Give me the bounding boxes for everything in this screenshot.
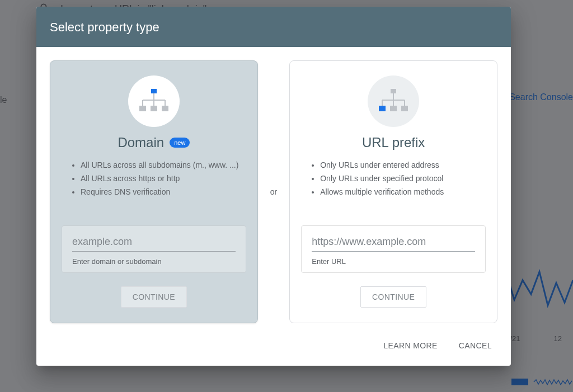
property-type-dialog: Select property type Domain new bbox=[36, 7, 511, 366]
svg-rect-9 bbox=[162, 106, 168, 111]
url-title-text: URL prefix bbox=[362, 135, 425, 150]
url-bullet-list: Only URLs under entered address Only URL… bbox=[301, 159, 486, 211]
learn-more-button[interactable]: LEARN MORE bbox=[381, 338, 440, 353]
url-card-title: URL prefix bbox=[362, 135, 425, 150]
domain-input-box: Enter domain or subdomain bbox=[62, 225, 246, 273]
url-continue-button[interactable]: CONTINUE bbox=[360, 286, 426, 308]
list-item: Only URLs under specified protocol bbox=[320, 173, 486, 185]
dialog-body: Domain new All URLs across all subdomain… bbox=[36, 47, 511, 329]
svg-rect-17 bbox=[390, 106, 397, 111]
cancel-button[interactable]: CANCEL bbox=[457, 338, 494, 353]
sitemap-icon bbox=[128, 75, 180, 127]
svg-rect-18 bbox=[401, 106, 408, 111]
domain-input-hint: Enter domain or subdomain bbox=[72, 257, 236, 266]
dialog-actions: LEARN MORE CANCEL bbox=[36, 329, 511, 366]
svg-rect-10 bbox=[391, 89, 396, 93]
svg-rect-16 bbox=[379, 106, 386, 111]
domain-input[interactable] bbox=[72, 235, 236, 252]
dialog-title: Select property type bbox=[36, 7, 511, 47]
list-item: Requires DNS verification bbox=[81, 186, 246, 198]
domain-card[interactable]: Domain new All URLs across all subdomain… bbox=[50, 60, 258, 323]
url-prefix-card[interactable]: URL prefix Only URLs under entered addre… bbox=[289, 60, 497, 323]
list-item: All URLs across https or http bbox=[81, 173, 246, 185]
domain-continue-button[interactable]: CONTINUE bbox=[121, 286, 187, 308]
url-input-box: Enter URL bbox=[301, 225, 486, 273]
svg-rect-1 bbox=[151, 89, 157, 93]
domain-card-title: Domain new bbox=[118, 135, 190, 150]
url-input-hint: Enter URL bbox=[312, 257, 475, 266]
domain-title-text: Domain bbox=[118, 135, 164, 150]
list-item: All URLs across all subdomains (m., www.… bbox=[81, 159, 246, 171]
url-input[interactable] bbox=[312, 235, 475, 252]
sitemap-icon bbox=[368, 75, 419, 127]
svg-rect-7 bbox=[139, 106, 146, 111]
list-item: Only URLs under entered address bbox=[320, 159, 486, 171]
new-badge: new bbox=[170, 138, 190, 148]
or-separator: or bbox=[269, 187, 278, 196]
svg-rect-8 bbox=[151, 106, 157, 111]
list-item: Allows multiple verification methods bbox=[320, 186, 486, 198]
domain-bullet-list: All URLs across all subdomains (m., www.… bbox=[62, 159, 246, 211]
